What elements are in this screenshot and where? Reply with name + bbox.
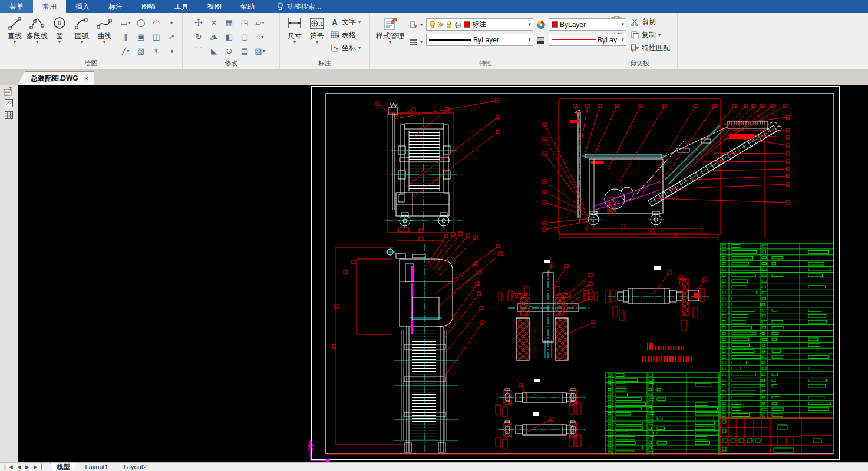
layout-tabs: 模型 Layout1 Layout2 bbox=[50, 463, 154, 471]
next-sheet-button[interactable]: ▶ bbox=[25, 464, 29, 470]
array-tool-icon[interactable]: ▦ bbox=[223, 16, 236, 29]
table-button[interactable]: 表格 bbox=[331, 29, 361, 41]
status-bar: ▏◀ ◀ ▶ ▶▕ 模型 Layout1 Layout2 bbox=[0, 462, 868, 471]
scale-tool-icon[interactable]: ▢ bbox=[238, 30, 251, 43]
ribbon-spacer bbox=[678, 13, 868, 69]
erase-tool-icon[interactable]: ▱▾ bbox=[253, 16, 266, 29]
arc-segment-tool-icon[interactable]: ◠ bbox=[150, 16, 163, 29]
lineweight-dropdown[interactable]: ByLayer bbox=[426, 34, 533, 46]
layer-dropdown[interactable]: 标注 bbox=[426, 18, 533, 31]
svg-text:A: A bbox=[332, 18, 338, 26]
copy-button[interactable]: 复制▾ bbox=[631, 29, 670, 41]
parallel-lines-tool-icon[interactable]: ∥ bbox=[119, 30, 132, 43]
dimension-icon bbox=[287, 16, 302, 31]
shaft-view bbox=[606, 279, 710, 330]
polyline-tool-button[interactable]: 多段线▾ bbox=[26, 15, 48, 58]
line-list-icon bbox=[409, 38, 418, 47]
arrow-tool-icon[interactable]: ↗ bbox=[165, 30, 178, 43]
break-tool-icon[interactable]: ◌▾ bbox=[253, 30, 266, 43]
donut-tool-icon[interactable]: ◑ bbox=[165, 44, 178, 57]
scissors-icon bbox=[631, 18, 639, 26]
copy-icon bbox=[631, 31, 639, 39]
tab-model[interactable]: 模型 bbox=[50, 463, 77, 471]
tab-annotate[interactable]: 标注 bbox=[99, 0, 132, 13]
mirror-tool-icon[interactable] bbox=[207, 30, 220, 43]
tab-help[interactable]: 帮助 bbox=[231, 0, 264, 13]
color-wheel-icon[interactable] bbox=[536, 19, 546, 30]
tab-insert[interactable]: 插入 bbox=[66, 0, 99, 13]
line-tool-button[interactable]: 直线▾ bbox=[4, 15, 26, 58]
color-dropdown[interactable]: ByLayer bbox=[549, 18, 626, 31]
region-tool-icon[interactable]: ▣ bbox=[134, 30, 147, 43]
chamfer-tool-icon[interactable]: ◣ bbox=[207, 44, 220, 57]
coordinate-button[interactable]: 坐标▾ bbox=[331, 42, 361, 54]
point-tool-icon[interactable]: • bbox=[165, 16, 178, 29]
rectangle-tool-icon[interactable]: ▭▾ bbox=[119, 16, 132, 29]
table-icon bbox=[331, 31, 339, 39]
spline-tool-button[interactable]: 曲线▾ bbox=[93, 15, 115, 58]
polyline-icon bbox=[29, 16, 45, 31]
tab-layout1[interactable]: Layout1 bbox=[78, 463, 115, 471]
ribbon-group-properties: 样式管理▾ ▾ ▾ bbox=[370, 13, 602, 69]
close-icon[interactable]: × bbox=[84, 74, 89, 83]
circle-tool-button[interactable]: 圆▾ bbox=[48, 15, 71, 58]
arc-tool-button[interactable]: 圆弧▾ bbox=[71, 15, 93, 58]
leader-annotations bbox=[332, 99, 790, 432]
ray-tool-icon[interactable]: ╱▾ bbox=[119, 44, 132, 57]
function-search[interactable]: 功能搜索... bbox=[272, 0, 326, 13]
notes-text bbox=[642, 343, 692, 362]
first-sheet-button[interactable]: ▏◀ bbox=[5, 464, 13, 470]
last-sheet-button[interactable]: ▶▕ bbox=[34, 464, 42, 470]
lineweight-list-icon[interactable] bbox=[536, 35, 546, 45]
document-title: 总装配图.DWG bbox=[31, 74, 78, 84]
move-tool-icon[interactable] bbox=[192, 16, 205, 29]
gear-tool-icon[interactable]: ✳ bbox=[150, 44, 163, 57]
line-icon bbox=[7, 16, 22, 31]
cut-button[interactable]: 剪切 bbox=[631, 16, 670, 28]
trim-tool-icon[interactable]: ✕ bbox=[207, 16, 220, 29]
align-tool-icon[interactable]: ◧ bbox=[223, 30, 236, 43]
line-style-small-button[interactable]: ▾ bbox=[409, 37, 423, 48]
cad-application: 菜单 常用 插入 标注 图幅 工具 视图 帮助 功能搜索... 直线▾ bbox=[0, 0, 868, 471]
text-button[interactable]: A 文字▾ bbox=[331, 16, 361, 28]
lightbulb-icon bbox=[277, 2, 283, 11]
tab-tools[interactable]: 工具 bbox=[165, 0, 198, 13]
sheet-edit-icon[interactable] bbox=[3, 87, 15, 96]
drawing-canvas[interactable] bbox=[18, 85, 868, 462]
format-painter-icon bbox=[409, 21, 418, 29]
modify-small-tools: ↻ ⌒ ✕ ◣ ▦ ◧ ⊙ ◳ ▢ ▤ ▱▾ ◌▾ ▨▾ bbox=[186, 15, 268, 58]
rotate-tool-icon[interactable]: ↻ bbox=[192, 30, 205, 43]
match-properties-brush-icon bbox=[631, 44, 639, 52]
linetype-sample bbox=[552, 39, 596, 40]
layer-freeze-sun-icon bbox=[437, 21, 444, 28]
block-tool-icon[interactable]: ◫ bbox=[150, 30, 163, 43]
rotate-ref-tool-icon[interactable]: ⊙ bbox=[223, 44, 236, 57]
menu-button[interactable]: 菜单 bbox=[0, 0, 33, 13]
tab-sheet[interactable]: 图幅 bbox=[132, 0, 165, 13]
view-window-icon[interactable] bbox=[3, 98, 15, 108]
hatch-edit-tool-icon[interactable]: ▨▾ bbox=[253, 44, 266, 57]
ribbon-group-annotate: 尺寸▾ .1 符号▾ A 文字▾ 表格 bbox=[280, 13, 370, 69]
section-view bbox=[499, 270, 598, 360]
dimension-button[interactable]: 尺寸▾ bbox=[283, 15, 306, 58]
match-properties-button[interactable]: 特性匹配 bbox=[631, 42, 670, 54]
ribbon: 直线▾ 多段线▾ 圆▾ 圆弧▾ 曲线▾ bbox=[0, 13, 868, 69]
cad-drawing[interactable] bbox=[18, 85, 868, 462]
draw-small-tools: ▭▾ ∥ ╱▾ ◯ ▣ ▧ ◠ ◫ ✳ • ↗ ◑ bbox=[115, 15, 179, 58]
linetype-dropdown[interactable]: ByLay bbox=[549, 34, 626, 46]
tab-home[interactable]: 常用 bbox=[33, 0, 66, 13]
document-tab[interactable]: 总装配图.DWG × bbox=[18, 71, 94, 85]
stretch-tool-icon[interactable]: ◳ bbox=[238, 16, 251, 29]
tab-view[interactable]: 视图 bbox=[198, 0, 231, 13]
tab-layout2[interactable]: Layout2 bbox=[117, 463, 154, 471]
offset-tool-icon[interactable]: ⌒ bbox=[192, 44, 205, 57]
prev-sheet-button[interactable]: ◀ bbox=[17, 464, 21, 470]
hatch-tool-icon[interactable]: ▧ bbox=[134, 44, 147, 57]
symbol-button[interactable]: .1 符号▾ bbox=[306, 15, 328, 58]
explode-tool-icon[interactable]: ▤ bbox=[238, 44, 251, 57]
table-columns-icon[interactable] bbox=[3, 110, 15, 120]
ellipse-tool-icon[interactable]: ◯ bbox=[134, 16, 147, 29]
spline-icon bbox=[97, 16, 112, 31]
format-painter-small-button[interactable]: ▾ bbox=[409, 19, 423, 31]
style-manager-button[interactable]: 样式管理▾ bbox=[374, 15, 407, 58]
